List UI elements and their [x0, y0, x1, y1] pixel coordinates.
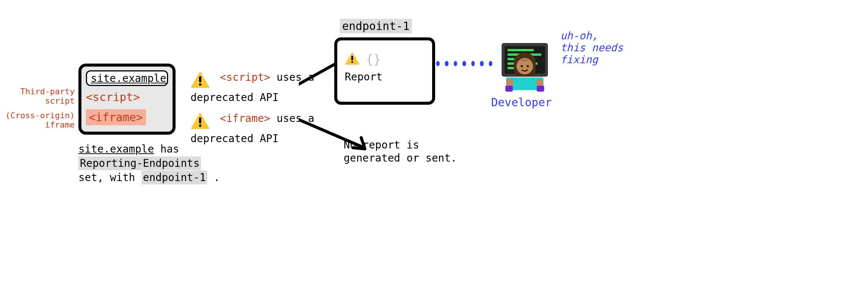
browser-window: site.example <script> <iframe> — [78, 64, 176, 135]
endpoint-box: {} Report — [334, 37, 435, 105]
svg-point-20 — [527, 65, 529, 67]
iframe-tag: <iframe> — [86, 109, 146, 125]
developer-thought: uh-oh,this needs fixing — [560, 30, 627, 66]
developer-label: Developer — [491, 96, 552, 109]
caption-set-with: set, with — [78, 171, 142, 184]
svg-point-5 — [199, 125, 201, 127]
svg-rect-13 — [508, 49, 534, 51]
no-report-text: No report is generated or sent. — [344, 138, 471, 165]
dotted-connector — [436, 60, 492, 67]
warning-icon — [190, 112, 210, 132]
caption-endpoint: endpoint-1 — [142, 171, 208, 184]
deprecation-script-tag: <script> — [220, 71, 270, 83]
caption-tail: . — [207, 171, 220, 184]
braces-icon: {} — [366, 52, 381, 67]
svg-rect-4 — [199, 117, 201, 123]
endpoint-label: endpoint-1 — [340, 19, 412, 33]
svg-point-18 — [517, 58, 533, 74]
address-bar: site.example — [86, 70, 168, 86]
address-url: site.example — [91, 72, 166, 85]
svg-rect-1 — [199, 76, 201, 82]
annotation-third-party-script: Third-partyscript — [0, 87, 75, 106]
developer-avatar-icon — [495, 36, 555, 95]
svg-point-10 — [351, 61, 353, 63]
svg-rect-24 — [505, 86, 513, 92]
svg-point-2 — [199, 83, 201, 86]
annotation-cross-origin-iframe: (Cross-origin)iframe — [0, 111, 75, 130]
deprecation-iframe-tag: <iframe> — [220, 112, 270, 125]
svg-point-19 — [521, 65, 523, 67]
warning-icon — [345, 52, 360, 68]
script-tag: <script> — [86, 91, 140, 104]
browser-caption: site.example has Reporting-Endpoints set… — [78, 142, 220, 184]
svg-rect-9 — [351, 56, 353, 60]
caption-header: Reporting-Endpoints — [78, 156, 201, 170]
svg-rect-25 — [537, 86, 544, 92]
caption-url: site.example — [78, 143, 154, 155]
endpoint-report-label: Report — [345, 71, 382, 83]
caption-has: has — [154, 143, 179, 155]
warning-icon — [190, 71, 210, 91]
